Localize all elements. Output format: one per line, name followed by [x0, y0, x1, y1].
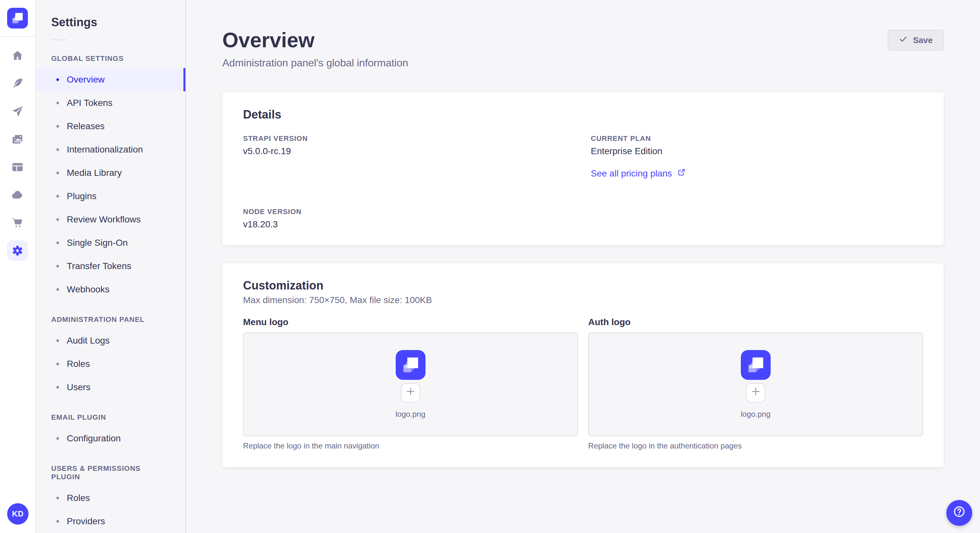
bullet-icon [56, 241, 59, 244]
nav-list: OverviewAPI TokensReleasesInternationali… [36, 68, 185, 301]
menu-logo-upload-zone[interactable]: logo.png [243, 333, 578, 436]
rail-icon-list [7, 45, 28, 261]
rail-divider [0, 36, 35, 37]
sidebar-item-label: Webhooks [67, 284, 110, 295]
sidebar-item-media-library[interactable]: Media Library [36, 161, 185, 185]
home-icon[interactable] [7, 45, 28, 66]
sidebar-item-roles[interactable]: Roles [36, 352, 185, 376]
bullet-icon [56, 265, 59, 268]
bullet-icon [56, 288, 59, 291]
sidebar-item-label: Providers [67, 516, 105, 527]
sidebar-item-label: Roles [67, 493, 90, 503]
menu-logo-hint: Replace the logo in the main navigation [243, 441, 578, 451]
strapi-admin-window: KD Settings GLOBAL SETTINGSOverviewAPI T… [0, 0, 980, 533]
bullet-icon [56, 148, 59, 151]
content-type-builder-icon[interactable] [7, 73, 28, 94]
sidebar-item-label: Users [67, 382, 91, 392]
sidebar-item-audit-logs[interactable]: Audit Logs [36, 329, 185, 352]
bullet-icon [56, 339, 59, 342]
external-link-icon [677, 168, 686, 179]
current-plan-field: CURRENT PLAN Enterprise Edition See all … [591, 134, 923, 179]
pricing-link-label: See all pricing plans [591, 168, 672, 179]
sidebar-item-label: Review Workflows [67, 214, 141, 225]
content-manager-icon[interactable] [7, 157, 28, 178]
auth-logo-field: Auth logo logo.png Replace the logo in t… [588, 317, 923, 451]
subnav-divider [51, 40, 67, 40]
current-plan-value: Enterprise Edition [591, 146, 923, 156]
node-version-field: NODE VERSION v18.20.3 [243, 208, 575, 230]
sidebar-item-webhooks[interactable]: Webhooks [36, 278, 185, 301]
customization-card-title: Customization [243, 279, 923, 292]
page-header-text: Overview Administration panel's global i… [222, 27, 408, 69]
nav-section-label: ADMINISTRATION PANEL [51, 316, 170, 324]
customization-card-subtitle: Max dimension: 750×750, Max file size: 1… [243, 295, 923, 305]
current-plan-label: CURRENT PLAN [591, 134, 923, 143]
settings-icon[interactable] [7, 240, 28, 261]
sidebar-item-label: Roles [67, 359, 90, 369]
sidebar-item-internationalization[interactable]: Internationalization [36, 138, 185, 161]
plus-icon [405, 385, 417, 400]
strapi-logo[interactable] [7, 8, 28, 29]
deploy-icon[interactable] [7, 101, 28, 122]
strapi-version-label: STRAPI VERSION [243, 134, 575, 143]
node-version-value: v18.20.3 [243, 219, 575, 230]
bullet-icon [56, 171, 59, 174]
sidebar-item-users[interactable]: Users [36, 376, 185, 399]
logo-grid: Menu logo logo.png Replace the logo in t… [243, 317, 923, 451]
help-button[interactable] [946, 500, 972, 526]
bullet-icon [56, 78, 59, 81]
cloud-icon[interactable] [7, 185, 28, 205]
sidebar-item-label: Releases [67, 121, 105, 132]
user-avatar[interactable]: KD [7, 503, 29, 525]
sidebar-item-providers[interactable]: Providers [36, 510, 185, 533]
pricing-plans-link[interactable]: See all pricing plans [591, 168, 686, 179]
sidebar-item-label: Internationalization [67, 144, 143, 155]
details-grid-spacer [591, 208, 923, 230]
check-icon [899, 35, 908, 46]
bullet-icon [56, 102, 59, 104]
sidebar-item-single-sign-on[interactable]: Single Sign-On [36, 231, 185, 254]
subnav-title: Settings [51, 16, 185, 29]
sidebar-item-label: Configuration [67, 433, 121, 444]
sidebar-item-label: Transfer Tokens [67, 261, 131, 271]
question-icon [952, 504, 966, 521]
nav-list: RolesProviders [36, 486, 185, 533]
sidebar-item-roles[interactable]: Roles [36, 486, 185, 510]
sidebar-item-review-workflows[interactable]: Review Workflows [36, 208, 185, 231]
page-title: Overview [222, 27, 408, 53]
sidebar-item-api-tokens[interactable]: API Tokens [36, 91, 185, 115]
sidebar-item-label: Audit Logs [67, 335, 110, 346]
bullet-icon [56, 363, 59, 365]
auth-logo-label: Auth logo [588, 317, 923, 327]
sidebar-item-configuration[interactable]: Configuration [36, 427, 185, 450]
nav-section-label: USERS & PERMISSIONS PLUGIN [51, 464, 170, 481]
node-version-label: NODE VERSION [243, 208, 575, 216]
nav-section-label: GLOBAL SETTINGS [51, 54, 170, 63]
auth-logo-add-button[interactable] [746, 383, 765, 403]
sidebar-item-label: Overview [67, 75, 105, 85]
nav-section-label: EMAIL PLUGIN [51, 413, 170, 422]
media-library-icon[interactable] [7, 129, 28, 150]
bullet-icon [56, 437, 59, 440]
save-button-label: Save [913, 35, 933, 45]
save-button[interactable]: Save [888, 30, 944, 51]
sidebar-item-transfer-tokens[interactable]: Transfer Tokens [36, 254, 185, 278]
sidebar-item-plugins[interactable]: Plugins [36, 185, 185, 208]
sidebar-item-releases[interactable]: Releases [36, 115, 185, 138]
settings-subnav: Settings GLOBAL SETTINGSOverviewAPI Toke… [36, 0, 186, 533]
bullet-icon [56, 218, 59, 221]
marketplace-icon[interactable] [7, 213, 28, 233]
sidebar-item-label: Plugins [67, 191, 97, 201]
bullet-icon [56, 497, 59, 499]
strapi-version-value: v5.0.0-rc.19 [243, 146, 575, 156]
page-subtitle: Administration panel's global informatio… [222, 57, 408, 69]
auth-logo-upload-zone[interactable]: logo.png [588, 333, 923, 436]
sidebar-item-label: API Tokens [67, 98, 113, 108]
strapi-version-field: STRAPI VERSION v5.0.0-rc.19 [243, 134, 575, 179]
bullet-icon [56, 125, 59, 128]
details-grid: STRAPI VERSION v5.0.0-rc.19 CURRENT PLAN… [243, 134, 923, 230]
sidebar-item-overview[interactable]: Overview [36, 68, 185, 91]
bullet-icon [56, 386, 59, 389]
menu-logo-label: Menu logo [243, 317, 578, 327]
menu-logo-add-button[interactable] [401, 383, 420, 403]
